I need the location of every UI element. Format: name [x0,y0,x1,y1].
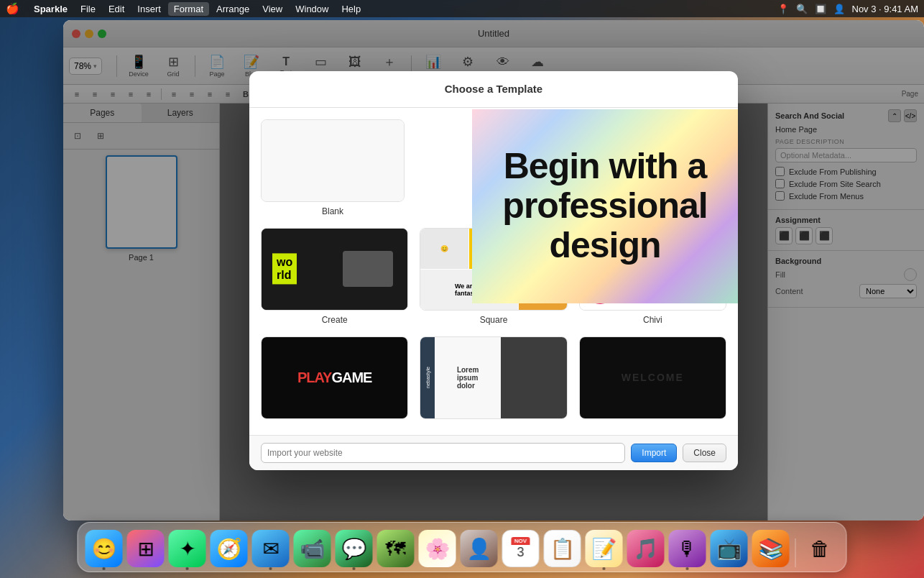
modal-overlay: Choose a Template Begin with a professio… [63,20,924,520]
menubar-controlcenter-icon[interactable]: 🔲 [815,4,826,14]
finder-icon: 😊 [91,537,116,561]
hero-text-container: Begin with a professional design [472,109,738,303]
template-game[interactable]: PLAYGAME [261,336,408,423]
create-preview: world [262,229,407,310]
hero-banner: Begin with a professional design [472,109,738,303]
import-website-input[interactable] [261,443,625,463]
menubar-items: Sparkle File Edit Insert Format Arrange … [28,2,366,16]
menubar-insert[interactable]: Insert [131,2,167,16]
dock-finder[interactable]: 😊 [86,530,123,567]
dock-mail[interactable]: ✉ [252,530,290,567]
menubar-edit[interactable]: Edit [103,2,130,16]
finder-dot [103,567,106,570]
import-button[interactable]: Import [631,444,677,462]
app-window: Untitled 78% ▾ 📱 Device ⊞ Grid 📄 Page 📝 … [63,20,924,520]
create-bg: world [262,229,407,310]
lorem-preview: nebastyle Loremipsumdolor [420,337,566,418]
lorem-thumb: nebastyle Loremipsumdolor [420,336,567,419]
messages-icon: 💬 [341,537,366,561]
menubar-file[interactable]: File [75,2,101,16]
sq-cell-1: 😊 [420,229,468,269]
blank-label: Blank [322,206,343,216]
reminders-icon: 📋 [550,537,575,561]
modal-title: Choose a Template [445,83,542,95]
calendar-content: NOV 3 [512,537,530,560]
template-chooser-modal: Choose a Template Begin with a professio… [249,71,738,470]
template-create[interactable]: world Create [261,228,408,325]
dock-books[interactable]: 📚 [752,530,790,567]
menubar-avatar: 👤 [833,4,845,14]
maps-icon: 🗺 [386,537,406,561]
trash-icon: 🗑 [810,537,831,561]
lorem-right [501,337,567,418]
modal-header: Choose a Template [249,71,738,108]
menubar-view[interactable]: View [257,2,288,16]
menubar-help[interactable]: Help [336,2,366,16]
dock-separator [795,538,796,567]
lorem-content: Loremipsumdolor [435,337,501,418]
template-lorem[interactable]: nebastyle Loremipsumdolor [420,336,567,423]
dock-maps[interactable]: 🗺 [377,530,415,567]
menubar-search-icon[interactable]: 🔍 [796,4,808,14]
messages-dot [353,567,356,570]
lorem-sidebar: nebastyle [420,337,435,418]
create-label: Create [322,315,348,325]
music-icon: 🎵 [633,537,658,561]
facetime-icon: 📹 [300,537,325,561]
menubar-arrange[interactable]: Arrange [211,2,255,16]
sparkle-dot [186,567,189,570]
dock-photos[interactable]: 🌸 [419,530,456,567]
menubar-window[interactable]: Window [290,2,334,16]
notes-icon: 📝 [591,537,616,561]
welcome-text: WELCOME [622,372,684,383]
close-button[interactable]: Close [683,444,726,462]
launchpad-icon: ⊞ [137,537,154,561]
podcasts-icon: 🎙 [678,537,698,561]
menubar-clock: Nov 3 · 9:41 AM [852,4,919,14]
tv-icon: 📺 [716,537,741,561]
dock-notes[interactable]: 📝 [586,530,623,567]
chivi-label: Chivi [643,315,662,325]
welcome-preview: WELCOME [580,337,726,418]
mail-dot [269,567,272,570]
podcasts-dot [686,567,689,570]
game-text: PLAYGAME [297,370,372,386]
dock-safari[interactable]: 🧭 [211,530,248,567]
safari-icon: 🧭 [216,537,241,561]
dock-contacts[interactable]: 👤 [461,530,498,567]
dock-podcasts[interactable]: 🎙 [669,530,706,567]
dock-sparkle[interactable]: ✦ [169,530,206,567]
laptop-shape [343,251,393,287]
calendar-month: NOV [512,537,530,545]
template-blank[interactable]: Blank [261,119,405,216]
lorem-text: Loremipsumdolor [457,366,479,390]
dock-tv[interactable]: 📺 [711,530,748,567]
menubar-sparkle[interactable]: Sparkle [28,2,73,16]
blank-thumb [261,119,405,202]
create-thumb: world [261,228,408,311]
dock-calendar[interactable]: NOV 3 [502,530,540,567]
calendar-day: 3 [517,545,524,560]
sparkle-icon: ✦ [179,537,195,561]
dock: 😊 ⊞ ✦ 🧭 ✉ 📹 💬 🗺 🌸 👤 NOV 3 [78,522,847,572]
apple-menu[interactable]: 🍎 [6,2,19,15]
menubar-right: 📍 🔍 🔲 👤 Nov 3 · 9:41 AM [777,4,919,14]
game-preview: PLAYGAME [262,337,407,418]
dock-launchpad[interactable]: ⊞ [127,530,165,567]
contacts-icon: 👤 [466,537,491,561]
template-welcome[interactable]: WELCOME [579,336,726,423]
dock-music[interactable]: 🎵 [627,530,665,567]
hero-headline: Begin with a professional design [494,147,716,265]
dock-messages[interactable]: 💬 [336,530,373,567]
photos-icon: 🌸 [425,537,450,561]
template-row-3: PLAYGAME nebastyle [261,336,726,423]
dock-trash[interactable]: 🗑 [802,530,839,567]
game-thumb: PLAYGAME [261,336,408,419]
menubar-wifi-icon: 📍 [777,4,789,14]
create-label-box: world [272,253,297,284]
dock-facetime[interactable]: 📹 [294,530,331,567]
lorem-sidebar-text: nebastyle [425,367,430,388]
books-icon: 📚 [758,537,783,561]
menubar-format[interactable]: Format [168,2,209,16]
dock-reminders[interactable]: 📋 [544,530,581,567]
